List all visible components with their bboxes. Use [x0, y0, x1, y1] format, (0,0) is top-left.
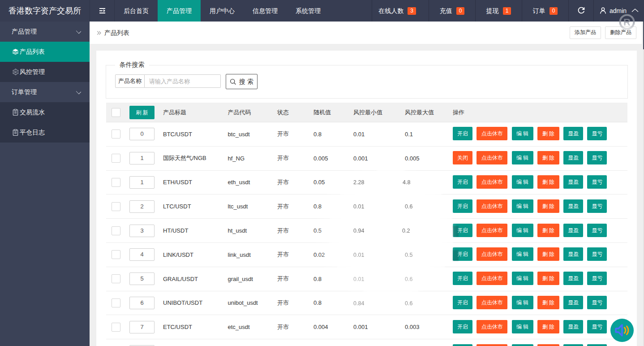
svg-text:R: R: [623, 17, 631, 28]
